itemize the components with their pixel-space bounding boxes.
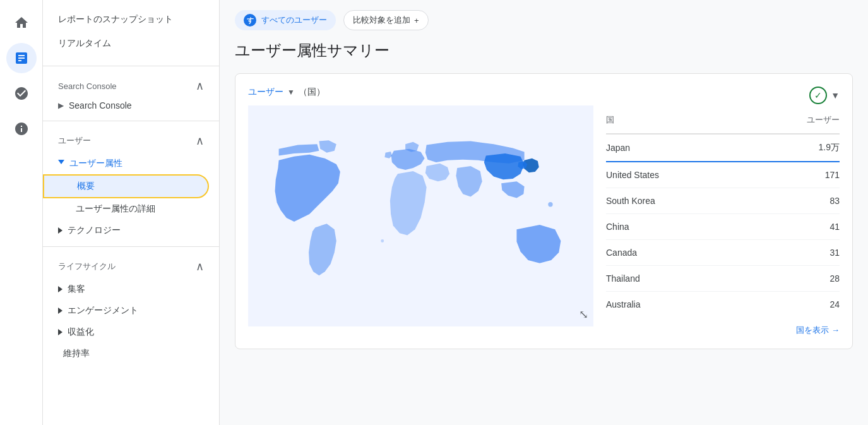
south-america-shape xyxy=(309,224,336,275)
island1 xyxy=(548,202,552,207)
engagement-item[interactable]: エンゲージメント xyxy=(43,300,219,321)
user-details-item[interactable]: ユーザー属性の詳細 xyxy=(43,198,219,220)
europe-shape xyxy=(391,149,425,170)
users-value: 41 xyxy=(829,222,840,232)
country-label: South Korea xyxy=(606,196,655,206)
search-console-item[interactable]: ▶ Search Console xyxy=(43,95,219,116)
all-users-chip[interactable]: す すべてのユーザー xyxy=(235,10,336,30)
page-title: ユーザー属性サマリー xyxy=(235,40,853,61)
middle-east-shape xyxy=(425,164,449,182)
sea-shape xyxy=(501,181,524,198)
search-console-section-header: Search Console ∧ xyxy=(43,71,219,95)
data-table-section: ✓ ▼ 国 ユーザー Japan 1.9万 United States 171 … xyxy=(606,87,840,336)
filter-dropdown-arrow[interactable]: ▼ xyxy=(831,90,840,100)
data-row[interactable]: Japan 1.9万 xyxy=(606,135,840,162)
technology-item[interactable]: テクノロジー xyxy=(43,220,219,241)
users-value: 24 xyxy=(829,299,840,309)
users-value: 31 xyxy=(829,248,840,258)
data-row[interactable]: Australia 24 xyxy=(606,292,840,317)
view-all-link[interactable]: 国を表示 → xyxy=(606,325,840,336)
map-expand-icon[interactable]: ⤡ xyxy=(579,308,588,321)
user-chevron[interactable]: ∧ xyxy=(196,134,204,148)
users-value: 1.9万 xyxy=(819,142,840,153)
monetization-triangle xyxy=(58,329,62,335)
africa-shape xyxy=(390,171,427,235)
realtime-link[interactable]: リアルタイム xyxy=(43,32,219,56)
country-label: Japan xyxy=(606,143,630,153)
uk-shape xyxy=(384,152,392,159)
australia-shape xyxy=(516,225,561,263)
advertising-nav-item[interactable] xyxy=(6,114,37,144)
engagement-triangle xyxy=(58,308,62,314)
user-attributes-item[interactable]: ユーザー属性 xyxy=(43,153,219,174)
user-section-header: ユーザー ∧ xyxy=(43,126,219,153)
country-label: China xyxy=(606,222,629,232)
country-label: Canada xyxy=(606,248,637,258)
users-value: 28 xyxy=(829,273,840,284)
acquisition-item[interactable]: 集客 xyxy=(43,278,219,300)
user-chip-icon: す xyxy=(244,14,256,27)
greenland-shape xyxy=(319,140,336,152)
main-content: す すべてのユーザー 比較対象を追加 + ユーザー属性サマリー ユーザー ▼ （… xyxy=(220,0,868,425)
reports-nav-item[interactable] xyxy=(6,43,37,73)
monetization-item[interactable]: 収益化 xyxy=(43,321,219,343)
technology-triangle xyxy=(58,227,62,234)
north-america-shape xyxy=(275,155,340,222)
add-compare-button[interactable]: 比較対象を追加 + xyxy=(343,10,429,30)
users-value: 83 xyxy=(829,196,840,206)
map-label: ユーザー ▼ （国） xyxy=(248,87,593,98)
explore-nav-item[interactable] xyxy=(6,78,37,109)
data-row[interactable]: Thailand 28 xyxy=(606,266,840,292)
data-row[interactable]: Canada 31 xyxy=(606,240,840,266)
filter-icon-area: ✓ ▼ xyxy=(809,87,840,104)
scandinavia-shape xyxy=(405,142,419,152)
country-label: United States xyxy=(606,170,659,180)
data-table-header: 国 ユーザー xyxy=(606,109,840,135)
sidebar: レポートのスナップショット リアルタイム Search Console ∧ ▶ … xyxy=(43,0,220,425)
data-row[interactable]: United States 171 xyxy=(606,162,840,188)
home-nav-item[interactable] xyxy=(6,8,37,38)
country-label: Thailand xyxy=(606,273,640,284)
lifecycle-chevron[interactable]: ∧ xyxy=(196,260,204,273)
lifecycle-section-header: ライフサイクル ∧ xyxy=(43,252,219,278)
map-metric-dropdown[interactable]: ▼ xyxy=(287,88,295,97)
country-label: Australia xyxy=(606,299,640,309)
search-console-chevron[interactable]: ∧ xyxy=(196,79,204,93)
icon-nav xyxy=(0,0,43,425)
data-row[interactable]: China 41 xyxy=(606,214,840,240)
top-bar: す すべてのユーザー 比較対象を追加 + xyxy=(235,10,853,30)
island2 xyxy=(381,239,384,242)
retention-item[interactable]: 維持率 xyxy=(43,343,219,364)
map-metric-label[interactable]: ユーザー xyxy=(248,87,283,98)
data-rows-container: Japan 1.9万 United States 171 South Korea… xyxy=(606,135,840,317)
data-row[interactable]: South Korea 83 xyxy=(606,188,840,214)
world-map-container: ⤡ xyxy=(248,105,593,326)
overview-item[interactable]: 概要 xyxy=(43,174,209,198)
canada-north-shape xyxy=(279,144,319,155)
india-shape xyxy=(456,166,482,197)
map-section: ユーザー ▼ （国） xyxy=(248,87,593,336)
acquisition-triangle xyxy=(58,286,62,292)
world-map-svg xyxy=(248,105,593,326)
users-value: 171 xyxy=(825,170,840,180)
user-attributes-triangle xyxy=(58,160,64,167)
filter-check-icon[interactable]: ✓ xyxy=(809,87,827,104)
snapshot-link[interactable]: レポートのスナップショット xyxy=(43,8,219,32)
map-card: ユーザー ▼ （国） xyxy=(235,73,853,349)
